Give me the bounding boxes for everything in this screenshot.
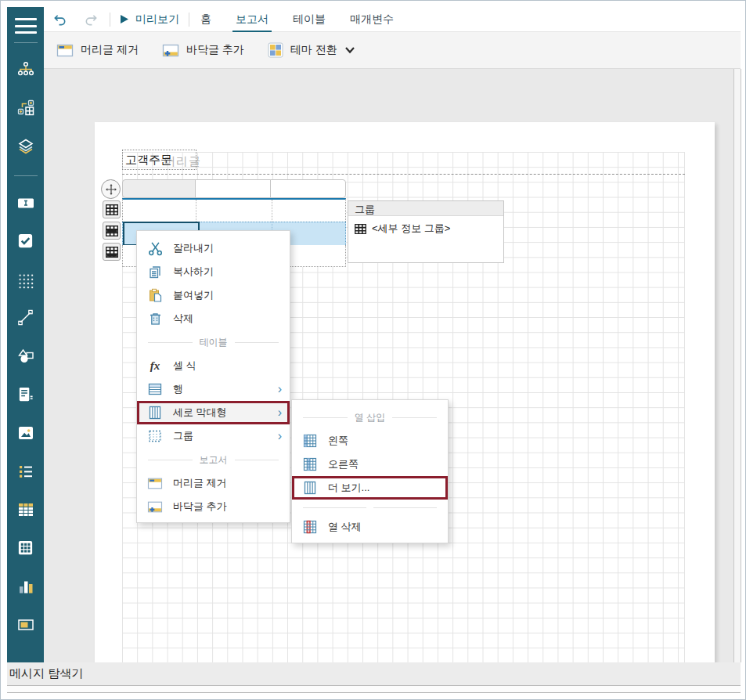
submenu-item-delete-column[interactable]: 열 삭제 [292, 515, 448, 539]
submenu-item-right[interactable]: 오른쪽 [292, 453, 448, 476]
band-separator[interactable] [122, 174, 685, 175]
report-title-textbox[interactable]: 고객주문 [122, 150, 196, 170]
sidebar-item-table[interactable] [7, 492, 44, 530]
sidebar-item-textbox[interactable] [7, 185, 44, 223]
menu-item-copy[interactable]: 복사하기 [137, 260, 290, 283]
submenu-item-more[interactable]: 더 보기... [292, 476, 448, 500]
remove-header-button[interactable]: 머리글 제거 [56, 43, 139, 58]
sidebar-divider [14, 42, 38, 43]
redo-button[interactable] [81, 10, 100, 29]
menu-item-label: 복사하기 [173, 265, 214, 279]
vertical-scrollbar[interactable] [733, 69, 741, 662]
row-handle-icon [106, 226, 118, 236]
toolbox-sidebar [7, 7, 44, 662]
column-divider [272, 200, 272, 222]
theme-icon [268, 42, 283, 58]
menu-item-paste[interactable]: 붙여넣기 [137, 283, 290, 307]
delete-column-icon [302, 519, 318, 535]
menu-item-group[interactable]: 그룹 › [137, 424, 290, 448]
horizontal-scrollbar[interactable] [7, 685, 741, 693]
move-arrows-icon [105, 183, 117, 196]
menu-item-remove-header[interactable]: 머리글 제거 [137, 471, 290, 495]
undo-button[interactable] [50, 10, 69, 29]
trash-icon [147, 311, 163, 327]
copy-icon [147, 264, 163, 280]
sidebar-item-hierarchy[interactable] [7, 52, 44, 90]
shapes-icon [16, 347, 35, 369]
add-footer-label: 바닥글 추가 [186, 43, 244, 57]
remove-header-label: 머리글 제거 [81, 43, 139, 57]
sidebar-item-layers[interactable] [7, 128, 44, 167]
group-panel-item[interactable]: <세부 정보 그룹> [348, 216, 503, 236]
submenu-arrow-icon: › [278, 406, 282, 419]
table-move-handle[interactable] [101, 179, 121, 199]
tab-home[interactable]: 홈 [199, 7, 213, 32]
line-icon [16, 309, 34, 330]
status-bar[interactable]: 메시지 탐색기 [7, 662, 741, 685]
table-header-row[interactable] [122, 198, 346, 222]
group-item-icon [355, 224, 366, 234]
menu-item-label: 오른쪽 [328, 457, 359, 471]
column-handle-3[interactable] [270, 179, 346, 198]
report-designer-window: 미리보기 홈 보고서 테이블 매개변수 머리글 제거 바닥글 추가 테마 전환 … [0, 0, 746, 700]
menu-item-add-footer[interactable]: 바닥글 추가 [137, 495, 290, 518]
context-menu: 잘라내기 복사하기 붙여넣기 삭제 테이블 fx 셀 식 행 › 세로 막대형 [136, 230, 290, 523]
submenu-arrow-icon: › [278, 430, 282, 442]
submenu-divider [292, 500, 448, 515]
menu-item-row[interactable]: 행 › [137, 377, 290, 401]
sidebar-item-chart[interactable] [7, 568, 44, 607]
submenu-item-left[interactable]: 왼쪽 [292, 429, 448, 453]
toolbar-separator [189, 13, 189, 27]
fx-icon: fx [147, 358, 163, 373]
menu-item-label: 그룹 [173, 429, 193, 443]
sidebar-item-data-source[interactable] [7, 90, 44, 128]
column-divider [196, 200, 196, 222]
row-handle-icon [106, 204, 118, 215]
page-footer-icon [16, 617, 35, 636]
row-handle-header[interactable] [103, 200, 121, 218]
preview-button[interactable]: 미리보기 [120, 13, 179, 27]
column-submenu: 열 삽입 왼쪽 오른쪽 더 보기... 열 삭제 [291, 399, 449, 543]
row-handle-body[interactable] [103, 222, 121, 240]
sidebar-item-checkbox[interactable] [7, 223, 44, 262]
sidebar-item-shapes[interactable] [7, 338, 44, 377]
sidebar-item-page-footer[interactable] [7, 607, 44, 645]
sidebar-item-pivot-grid[interactable] [7, 262, 44, 300]
add-footer-icon [147, 499, 163, 514]
menu-item-label: 행 [173, 382, 183, 396]
add-footer-button[interactable]: 바닥글 추가 [162, 43, 244, 58]
rich-text-icon [16, 385, 34, 406]
menu-item-delete[interactable]: 삭제 [137, 307, 290, 330]
toolbar-separator [110, 13, 110, 27]
group-item-label: <세부 정보 그룹> [372, 222, 450, 236]
column-handle-2[interactable] [195, 179, 271, 198]
menu-section-report: 보고서 [137, 448, 290, 471]
switch-theme-button[interactable]: 테마 전환 [268, 42, 355, 58]
menu-item-label: 왼쪽 [328, 434, 348, 448]
top-toolbar: 미리보기 홈 보고서 테이블 매개변수 [44, 7, 741, 32]
menu-item-cell-expression[interactable]: fx 셀 식 [137, 354, 290, 377]
report-title-text: 고객주문 [125, 153, 172, 168]
sidebar-item-image[interactable] [7, 415, 44, 453]
tab-table[interactable]: 테이블 [291, 7, 327, 32]
sidebar-item-rich-text[interactable] [7, 377, 44, 415]
menu-item-column[interactable]: 세로 막대형 › [137, 401, 290, 424]
column-handle-1[interactable] [122, 179, 196, 198]
sidebar-item-list[interactable] [7, 453, 44, 492]
sidebar-item-line[interactable] [7, 300, 44, 338]
pivot-grid-icon [17, 272, 34, 289]
menu-section-label: 보고서 [200, 453, 228, 467]
tab-report[interactable]: 보고서 [234, 7, 270, 32]
hamburger-menu-icon[interactable] [15, 18, 37, 34]
chevron-down-icon [344, 46, 355, 54]
menu-item-label: 바닥글 추가 [173, 500, 227, 514]
sidebar-item-matrix[interactable] [7, 530, 44, 568]
tab-parameters[interactable]: 매개변수 [348, 7, 395, 32]
menu-item-cut[interactable]: 잘라내기 [137, 236, 290, 260]
menu-item-label: 더 보기... [328, 481, 369, 495]
remove-header-icon [147, 475, 163, 491]
group-dashed-icon [147, 428, 163, 444]
menu-section-label: 테이블 [200, 336, 228, 349]
row-handle-footer[interactable] [103, 243, 121, 261]
sidebar-divider [14, 175, 38, 176]
